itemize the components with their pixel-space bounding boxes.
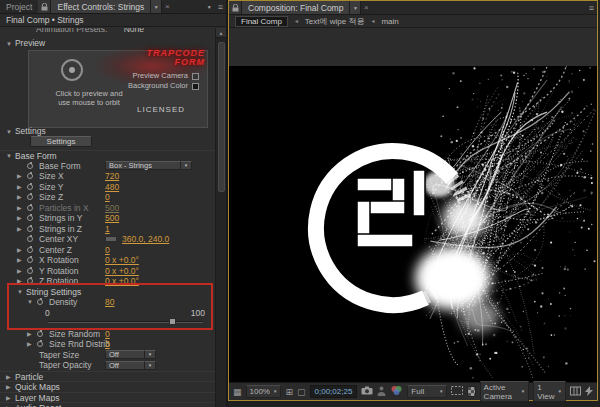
twirl-icon[interactable]: ▶ [17,203,22,214]
dropdown-arrow-icon[interactable]: ▼ [145,350,156,359]
param-value[interactable]: 1 [105,224,110,234]
preview-section-header[interactable]: ▼Preview [6,38,45,48]
region-of-interest-icon[interactable] [451,386,463,397]
resolution-dropdown[interactable]: Full ▼ [407,385,447,398]
view-camera-dropdown[interactable]: Active Camera ▼ [480,381,530,403]
settings-button[interactable]: Settings [30,136,92,147]
param-value[interactable]: 3 [105,339,110,349]
stopwatch-icon[interactable] [27,226,33,232]
scrollbar-thumb[interactable] [218,42,225,192]
timecode-display[interactable]: 0;00;02;25 [310,385,358,398]
param-center-xy[interactable]: Center XY360.0, 240.0 [0,234,215,245]
section-layer-maps[interactable]: ▶Layer Maps [0,392,215,403]
section-quick-maps[interactable]: ▶Quick Maps [0,381,215,392]
tab-composition[interactable]: Composition: Final Comp [242,1,350,14]
twirl-icon[interactable]: ▶ [17,245,22,256]
param-base-form[interactable]: Base FormBox - Strings▼ [0,161,215,172]
tab-close-icon[interactable]: × [361,1,371,14]
strip-dropdown-icon[interactable]: ▼ [204,4,215,10]
param-value[interactable]: 0 [105,329,110,339]
twirl-icon[interactable]: ▶ [17,213,22,224]
param-size-rnd-distrib[interactable]: ▶Size Rnd Distrib3 [0,339,215,350]
stopwatch-icon[interactable] [37,341,43,347]
scroll-up-icon[interactable]: ▲ [216,28,226,38]
background-color-option[interactable]: Background Color [128,81,199,91]
point-control-icon[interactable] [105,236,117,242]
preview-camera-option[interactable]: Preview Camera [128,71,199,81]
param-dropdown[interactable]: Off▼ [105,361,156,370]
stopwatch-icon[interactable] [27,163,33,169]
animation-presets-row[interactable]: Animation Presets: None [0,28,215,32]
trapcode-preview-box[interactable]: TRAPCODE FORM Click to preview and use m… [28,50,208,128]
view-layout-dropdown[interactable]: 1 View ▼ [533,381,566,403]
stopwatch-icon[interactable] [27,257,33,263]
twirl-icon[interactable]: ▶ [6,403,11,407]
twirl-icon[interactable]: ▶ [17,182,22,193]
stopwatch-icon[interactable] [27,236,33,242]
transparency-grid-icon[interactable] [467,386,475,397]
param-y-rotation[interactable]: ▶Y Rotation0 x +0.0° [0,266,215,277]
param-taper-size[interactable]: Taper SizeOff▼ [0,350,215,361]
stopwatch-icon[interactable] [27,268,33,274]
pixel-aspect-icon[interactable] [570,386,581,398]
mask-visibility-icon[interactable]: ▢ [297,387,306,397]
param-x-rotation[interactable]: ▶X Rotation0 x +0.0° [0,255,215,266]
param-value[interactable]: 0 x +0.0° [105,266,139,276]
orbit-preview-icon[interactable] [61,59,83,81]
tab-close-icon[interactable]: × [162,0,172,13]
tab-project[interactable]: Project [0,0,38,13]
twirl-icon[interactable]: ▶ [17,224,22,235]
param-strings-in-z[interactable]: ▶Strings in Z1 [0,224,215,235]
panel-lock-icon[interactable] [38,0,51,13]
preview-camera-checkbox[interactable] [192,73,199,80]
show-snapshot-icon[interactable] [377,386,386,398]
section-base-form[interactable]: ▼Base Form [0,150,215,161]
effect-controls-scrollbar[interactable]: ▲ [215,28,226,407]
tab-dropdown-icon[interactable]: ▼ [151,0,162,13]
twirl-icon[interactable]: ▶ [17,255,22,266]
stopwatch-icon[interactable] [27,173,33,179]
param-taper-opacity[interactable]: Taper OpacityOff▼ [0,360,215,371]
param-value[interactable]: 720 [105,171,119,181]
safe-margins-icon[interactable]: ⊞ [285,387,293,397]
panel-lock-icon[interactable] [229,1,242,14]
stopwatch-icon[interactable] [27,184,33,190]
grid-options-icon[interactable]: ▦ [233,387,242,397]
param-value[interactable]: 500 [105,203,119,213]
param-value[interactable]: 500 [105,213,119,223]
flowchart-item-text-wipe[interactable]: Text에 wipe 적용 [305,16,365,27]
stopwatch-icon[interactable] [27,205,33,211]
composition-frame[interactable] [229,66,597,382]
animation-presets-value[interactable]: None [124,28,144,32]
twirl-icon[interactable]: ▶ [17,171,22,182]
param-value[interactable]: 360.0, 240.0 [122,234,169,245]
param-dropdown[interactable]: Box - Strings▼ [105,161,192,170]
tab-dropdown-icon[interactable]: ▼ [350,1,361,14]
twirl-icon[interactable]: ▶ [27,329,32,340]
settings-section-header[interactable]: ▼Settings [6,126,46,136]
param-value[interactable]: 480 [105,182,119,192]
stopwatch-icon[interactable] [27,247,33,253]
panel-menu-icon[interactable]: ≡ [218,2,223,12]
param-value[interactable]: 0 [105,245,110,255]
param-center-z[interactable]: ▶Center Z0 [0,245,215,256]
param-size-z[interactable]: ▶Size Z0 [0,192,215,203]
param-dropdown[interactable]: Off▼ [105,350,156,359]
dropdown-arrow-icon[interactable]: ▼ [181,161,192,170]
section-audio-react[interactable]: ▶Audio React [0,402,215,407]
fast-previews-icon[interactable] [585,386,593,398]
stopwatch-icon[interactable] [27,194,33,200]
flowchart-item-main[interactable]: main [381,17,398,26]
snapshot-camera-icon[interactable] [361,386,373,397]
param-size-y[interactable]: ▶Size Y480 [0,182,215,193]
section-particle[interactable]: ▶Particle [0,371,215,382]
dropdown-arrow-icon[interactable]: ▼ [145,361,156,370]
twirl-icon[interactable]: ▶ [17,192,22,203]
tab-effect-controls[interactable]: Effect Controls: Strings [51,0,151,13]
param-particles-in-x[interactable]: ▶Particles in X500 [0,203,215,214]
param-size-random[interactable]: ▶Size Random0 [0,329,215,340]
flowchart-item-final-comp[interactable]: Final Comp [235,16,288,27]
param-value[interactable]: 0 [105,192,110,202]
show-channels-icon[interactable] [390,385,403,398]
magnification-dropdown[interactable]: 100% ▼ [246,385,282,398]
